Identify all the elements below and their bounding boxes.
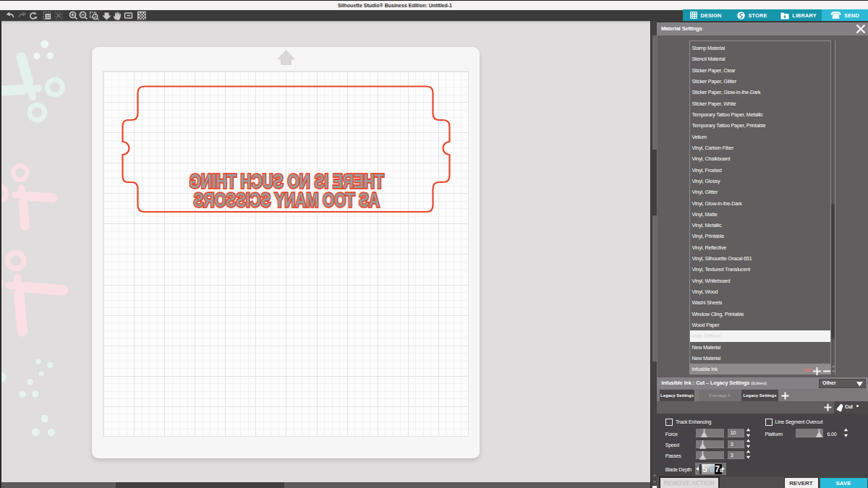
svg-text:AS TOO MANY SCISSORS: AS TOO MANY SCISSORS bbox=[193, 188, 379, 210]
